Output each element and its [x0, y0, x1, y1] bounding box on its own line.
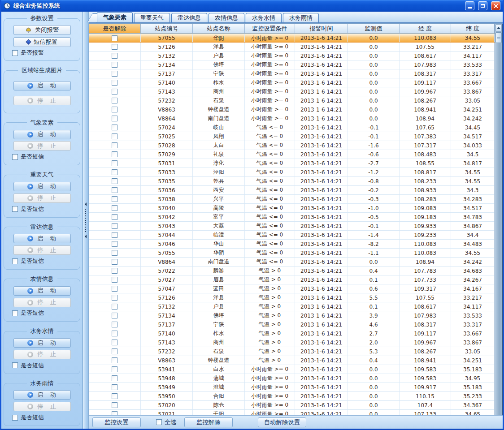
- table-row[interactable]: 57132 户县 气温 > 0 2013-1-6 14:21 0.1 108.6…: [89, 302, 495, 311]
- table-row[interactable]: 57137 宁陕 气温 > 0 2013-1-6 14:21 4.6 108.3…: [89, 320, 495, 329]
- release-checkbox[interactable]: [112, 62, 117, 68]
- monitor-set-button[interactable]: 监控设置: [92, 417, 141, 427]
- column-header[interactable]: 是否解除: [89, 24, 141, 33]
- monitor-release-button[interactable]: 监控解除: [184, 417, 233, 427]
- release-checkbox[interactable]: [112, 107, 117, 112]
- table-row[interactable]: 57027 眉县 气温 > 0 2013-1-6 14:21 0.1 107.7…: [89, 275, 495, 284]
- release-checkbox[interactable]: [112, 98, 117, 103]
- release-checkbox[interactable]: [112, 393, 117, 399]
- sms-checkbox[interactable]: [12, 415, 18, 421]
- release-checkbox[interactable]: [112, 411, 117, 415]
- close-alarm-button[interactable]: 关闭报警: [13, 25, 71, 35]
- table-row[interactable]: 57028 太白 气温 <= 0 2013-1-6 14:21 -1.6 107…: [89, 141, 495, 150]
- column-header[interactable]: 经 度: [400, 24, 451, 33]
- table-row[interactable]: 53949 澄城 小时雨量 >= 0 2013-1-6 14:21 0.0 10…: [89, 383, 495, 392]
- sms-checkbox[interactable]: [12, 362, 18, 368]
- vertical-scrollbar[interactable]: [495, 24, 503, 415]
- release-checkbox[interactable]: [112, 196, 117, 202]
- table-row[interactable]: 53941 白水 小时雨量 >= 0 2013-1-6 14:21 0.0 10…: [89, 365, 495, 374]
- release-checkbox[interactable]: [112, 116, 117, 121]
- table-row[interactable]: 57132 户县 小时雨量 >= 0 2013-1-6 14:21 0.0 10…: [89, 52, 495, 60]
- column-header[interactable]: 纬 度: [451, 24, 495, 33]
- important-weather-start-button[interactable]: 启 动: [13, 182, 71, 191]
- table-row[interactable]: 57232 石泉 气温 > 0 2013-1-6 14:21 5.3 108.2…: [89, 347, 495, 356]
- table-row[interactable]: 57020 陈仓 小时雨量 >= 0 2013-1-6 14:21 0.0 10…: [89, 401, 495, 410]
- column-header[interactable]: 站点名称: [193, 24, 245, 33]
- release-checkbox[interactable]: [112, 357, 117, 363]
- release-checkbox[interactable]: [112, 402, 117, 408]
- table-row[interactable]: V8863 钟楼盘道 小时雨量 >= 0 2013-1-6 14:21 0.0 …: [89, 105, 495, 114]
- close-button[interactable]: [491, 1, 500, 10]
- release-checkbox[interactable]: [112, 142, 117, 148]
- sms-config-button[interactable]: 短信配置: [13, 37, 71, 47]
- maximize-button[interactable]: [478, 1, 487, 10]
- table-row[interactable]: 57134 佛坪 气温 > 0 2013-1-6 14:21 3.9 107.9…: [89, 311, 495, 320]
- water-rain-stop-button[interactable]: 停 止: [13, 402, 71, 411]
- release-checkbox[interactable]: [112, 375, 117, 381]
- sms-checkbox[interactable]: [12, 310, 18, 316]
- release-checkbox[interactable]: [112, 187, 117, 193]
- water-level-start-button[interactable]: 启 动: [13, 338, 71, 348]
- release-checkbox[interactable]: [112, 313, 117, 318]
- water-level-stop-button[interactable]: 停 止: [13, 350, 71, 359]
- column-header[interactable]: 监测值: [348, 24, 400, 33]
- table-row[interactable]: 57043 大荔 气温 <= 0 2013-1-6 14:21 -0.1 109…: [89, 222, 495, 231]
- table-row[interactable]: V8863 钟楼盘道 气温 > 0 2013-1-6 14:21 0.4 108…: [89, 356, 495, 365]
- tab-water-level[interactable]: 水务水情: [246, 13, 282, 22]
- release-checkbox[interactable]: [112, 35, 117, 41]
- release-checkbox[interactable]: [112, 286, 117, 292]
- release-checkbox[interactable]: [112, 44, 117, 50]
- release-checkbox[interactable]: [112, 304, 117, 310]
- sms-checkbox[interactable]: [12, 154, 18, 160]
- table-row[interactable]: 57036 西安 气温 <= 0 2013-1-6 14:21 -0.2 108…: [89, 186, 495, 195]
- agriculture-info-stop-button[interactable]: 停 止: [13, 298, 71, 307]
- scrollbar-thumb[interactable]: [495, 32, 502, 43]
- tab-agriculture-info[interactable]: 农情信息: [209, 13, 244, 22]
- release-checkbox[interactable]: [112, 277, 117, 283]
- tab-water-rain[interactable]: 水务雨情: [283, 13, 319, 22]
- select-all-checkbox[interactable]: [156, 419, 162, 425]
- scroll-up-button[interactable]: [495, 24, 502, 32]
- table-row[interactable]: 57025 凤翔 气温 <= 0 2013-1-6 14:21 -0.1 107…: [89, 132, 495, 141]
- release-checkbox[interactable]: [112, 89, 117, 95]
- tab-weather-elements[interactable]: 气象要素: [97, 12, 133, 22]
- table-row[interactable]: 57055 华阴 气温 <= 0 2013-1-6 14:21 -1.1 110…: [89, 249, 495, 258]
- important-weather-stop-button[interactable]: 停 止: [13, 194, 71, 203]
- radar-info-start-button[interactable]: 启 动: [13, 234, 71, 243]
- release-checkbox[interactable]: [112, 133, 117, 139]
- table-row[interactable]: 57140 柞水 小时雨量 >= 0 2013-1-6 14:21 0.0 10…: [89, 78, 495, 87]
- tab-radar-info[interactable]: 雷达信息: [171, 13, 207, 22]
- release-checkbox[interactable]: [112, 268, 117, 274]
- release-checkbox[interactable]: [112, 169, 117, 175]
- table-row[interactable]: 57021 千阳 小时雨量 >= 0 2013-1-6 14:21 0.0 10…: [89, 410, 495, 415]
- region-station-image-stop-button[interactable]: 停 止: [13, 96, 71, 105]
- release-checkbox[interactable]: [112, 80, 117, 86]
- table-row[interactable]: 57042 富平 气温 <= 0 2013-1-6 14:21 -0.5 109…: [89, 213, 495, 222]
- table-row[interactable]: 53948 蒲城 小时雨量 >= 0 2013-1-6 14:21 0.0 10…: [89, 374, 495, 383]
- release-checkbox[interactable]: [112, 71, 117, 77]
- column-header[interactable]: 监控设置条件: [245, 24, 295, 33]
- sidebar-splitter[interactable]: [83, 12, 89, 429]
- table-row[interactable]: 57134 佛坪 小时雨量 >= 0 2013-1-6 14:21 0.0 10…: [89, 60, 495, 69]
- release-checkbox[interactable]: [112, 125, 117, 130]
- agriculture-info-start-button[interactable]: 启 动: [13, 286, 71, 296]
- release-checkbox[interactable]: [112, 214, 117, 220]
- table-row[interactable]: 57046 华山 气温 <= 0 2013-1-6 14:21 -8.2 110…: [89, 240, 495, 249]
- table-row[interactable]: 57022 麟游 气温 > 0 2013-1-6 14:21 0.4 107.7…: [89, 267, 495, 275]
- release-checkbox[interactable]: [112, 250, 117, 256]
- table-row[interactable]: 57137 宁陕 小时雨量 >= 0 2013-1-6 14:21 0.0 10…: [89, 69, 495, 78]
- release-checkbox[interactable]: [112, 340, 117, 345]
- table-row[interactable]: 57044 临潼 气温 <= 0 2013-1-6 14:21 -1.4 109…: [89, 231, 495, 240]
- table-row[interactable]: 57140 柞水 气温 > 0 2013-1-6 14:21 2.7 109.1…: [89, 329, 495, 338]
- alarm-enable-checkbox[interactable]: [12, 50, 18, 56]
- weather-elements-start-button[interactable]: 启 动: [13, 130, 71, 139]
- release-checkbox[interactable]: [112, 160, 117, 166]
- release-checkbox[interactable]: [112, 348, 117, 354]
- table-row[interactable]: 57038 兴平 气温 <= 0 2013-1-6 14:21 -0.3 108…: [89, 195, 495, 204]
- table-row[interactable]: V8864 南门盘道 气温 <= 0 2013-1-6 14:21 0.0 10…: [89, 258, 495, 267]
- table-row[interactable]: V8864 南门盘道 小时雨量 >= 0 2013-1-6 14:21 0.0 …: [89, 114, 495, 123]
- table-row[interactable]: 57024 岐山 气温 <= 0 2013-1-6 14:21 -0.1 107…: [89, 123, 495, 132]
- table-row[interactable]: 57029 礼泉 气温 <= 0 2013-1-6 14:21 -0.6 108…: [89, 150, 495, 159]
- table-row[interactable]: 57033 泾阳 气温 <= 0 2013-1-6 14:21 -1.2 108…: [89, 168, 495, 177]
- release-checkbox[interactable]: [112, 331, 117, 336]
